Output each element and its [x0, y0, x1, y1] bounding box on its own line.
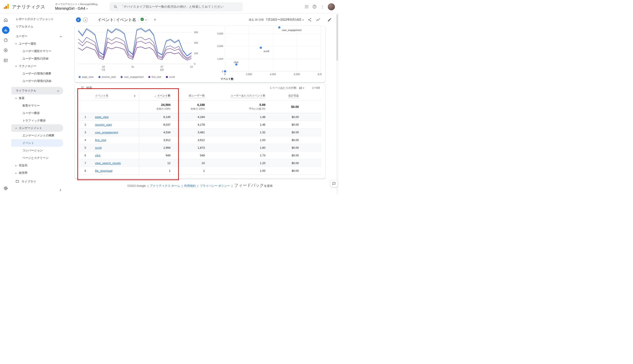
event-name-link[interactable]: session_start [95, 123, 112, 126]
separator: | [198, 184, 198, 188]
legend-item[interactable]: page_view [79, 76, 94, 78]
google-apps-icon[interactable] [304, 4, 309, 9]
library-icon[interactable] [2, 57, 10, 64]
svg-text:8,000: 8,000 [318, 73, 322, 76]
column-header-total-revenue[interactable]: 合計収益 [288, 94, 299, 98]
comparison-chip[interactable]: す [76, 17, 81, 22]
sidebar-item[interactable]: エンゲージメントの概要 [12, 132, 66, 139]
sidebar-item-label: ユーザーの環境の概要 [22, 72, 51, 76]
sidebar-item[interactable]: ユーザー属性サマリー [12, 48, 66, 55]
pagination-range: 1〜8/8 [312, 86, 320, 90]
legend-dot [120, 76, 122, 78]
row-index-cell: 3 [78, 128, 92, 136]
global-search-bar[interactable]: 「デバイスタイプ別ユーザー数の前月比の伸び」と検索してみてください [110, 2, 243, 12]
chevron-down-icon: ▾ [86, 8, 88, 10]
sidebar-item[interactable]: ユーザー獲得 [12, 110, 66, 117]
user-avatar[interactable] [328, 3, 335, 10]
sidebar-item[interactable]: リアルタイム [12, 23, 66, 30]
column-header-event-count[interactable]: イベント数 [157, 94, 170, 98]
sidebar-item-label: ユーザー属性 [19, 42, 36, 46]
legend-dot [98, 76, 100, 78]
total-events-per-user-sub: 平均との差 0% [249, 107, 266, 110]
sidebar-item[interactable]: ライブラリ [12, 178, 66, 186]
table-toolbar: 検索 1 ページあたりの行数: 10 ▾ 1〜8/8 [78, 84, 322, 92]
event-name-link[interactable]: file_download [95, 169, 112, 172]
sidebar-item[interactable]: ▸維持率 [12, 169, 66, 176]
sidebar-item[interactable]: トラフィック獲得 [12, 117, 66, 124]
sidebar-item[interactable]: ユーザー属性の詳細 [12, 55, 66, 62]
explore-icon[interactable] [2, 36, 10, 44]
date-range-selector[interactable]: 7月18日〜2022年8月14日 ▾ [266, 18, 304, 22]
sidebar-item[interactable]: ユーザー [12, 32, 66, 40]
event-name-link[interactable]: page_view [95, 115, 108, 118]
legend-item[interactable]: first_visit [148, 76, 161, 78]
legend-item[interactable]: user_engagement [120, 76, 144, 78]
help-icon[interactable] [312, 4, 317, 9]
svg-text:0: 0 [224, 73, 226, 76]
sidebar-item-label: エンゲージメント [19, 126, 42, 130]
sidebar-item[interactable]: ライフサイクル [12, 87, 63, 94]
sidebar-item[interactable]: 集客サマリー [12, 102, 66, 110]
footer-link-privacy[interactable]: プライバシー ポリシー [200, 184, 230, 188]
svg-text:14: 14 [190, 66, 193, 68]
feedback-button[interactable] [330, 180, 338, 187]
sidebar-item[interactable]: ユーザーの環境の詳細 [12, 77, 66, 85]
sidebar-item[interactable]: ▾エンゲージメント [12, 124, 63, 132]
collapse-sidebar-icon[interactable] [59, 188, 62, 193]
more-options-icon[interactable]: ⋮ [320, 4, 324, 9]
event-name-cell: user_engagement [92, 128, 139, 136]
page-scrollbar[interactable] [336, 14, 338, 195]
sidebar-item[interactable]: ページとスクリーン [12, 154, 66, 162]
expander-icon: ▾ [15, 42, 17, 45]
sidebar-item-label: ユーザー [16, 34, 28, 38]
row-index-cell: 1 [78, 113, 92, 120]
event-name-link[interactable]: click [95, 154, 100, 157]
table-row: 5scroll2,9941,8731.60$0.00 [78, 144, 322, 152]
sidebar-item[interactable]: ▸収益化 [12, 162, 66, 169]
column-header-events-per-user[interactable]: ユーザーあたりのイベント数 [230, 94, 266, 98]
scrollbar-thumb[interactable] [336, 14, 338, 61]
insights-icon[interactable] [316, 18, 320, 22]
footer-link-analytics-home[interactable]: アナリティクス ホーム [150, 184, 180, 188]
logo-block[interactable]: アナリティクス [3, 3, 45, 10]
total-users-cell: 1 [174, 167, 208, 174]
reports-icon[interactable] [2, 26, 10, 34]
sidebar-item[interactable]: ▾集客 [12, 94, 66, 102]
advertising-icon[interactable] [2, 46, 10, 54]
row-index-cell: 6 [78, 152, 92, 159]
add-comparison-icon[interactable]: + [83, 17, 88, 22]
column-header-total-users[interactable]: 総ユーザー数 [189, 94, 205, 98]
footer-feedback-link[interactable]: フィードバックを送信 [234, 182, 273, 188]
add-dimension-icon[interactable]: + [134, 94, 136, 98]
home-icon[interactable] [2, 16, 10, 24]
rows-per-page-select[interactable]: 10 ▾ [299, 86, 304, 90]
event-name-link[interactable]: first_visit [95, 138, 106, 142]
settings-icon[interactable] [2, 184, 10, 192]
footer-link-terms[interactable]: 利用規約 [184, 184, 196, 188]
date-range-value: 7月18日〜2022年8月14日 [266, 18, 302, 22]
sidebar-item[interactable]: イベント [12, 139, 63, 147]
column-header-event-name[interactable]: イベント名 [95, 94, 108, 98]
sidebar-item[interactable]: ユーザーの環境の概要 [12, 70, 66, 77]
legend-dot [79, 76, 81, 78]
sidebar-item[interactable]: ▾テクノロジー [12, 62, 66, 70]
edit-report-icon[interactable] [328, 18, 332, 22]
account-property-switcher[interactable]: すべてのアカウント > MorningGirlBlog MorningGirl … [55, 3, 98, 11]
chevron-up-icon [57, 89, 59, 92]
event-name-link[interactable]: user_engagement [95, 131, 118, 134]
table-search[interactable]: 検索 [81, 86, 92, 90]
sidebar-item-label: エンゲージメントの概要 [22, 134, 54, 138]
sidebar-item[interactable]: コンバージョン [12, 147, 66, 154]
event-count-cell: 949 [139, 152, 174, 159]
report-status-dropdown[interactable]: ▾ [138, 16, 148, 23]
sidebar-item[interactable]: ▾ユーザー属性 [12, 40, 66, 48]
add-report-tab-icon[interactable]: + [154, 17, 156, 22]
event-name-link[interactable]: scroll [95, 146, 102, 150]
event-name-link[interactable]: view_search_results [95, 162, 121, 165]
share-icon[interactable] [308, 18, 312, 22]
check-icon [140, 17, 144, 22]
sidebar-item[interactable]: レポートのスナップショット [12, 16, 66, 23]
legend-item[interactable]: scroll [166, 76, 175, 78]
total-users-cell: 10 [174, 159, 208, 167]
legend-item[interactable]: session_start [98, 76, 116, 78]
